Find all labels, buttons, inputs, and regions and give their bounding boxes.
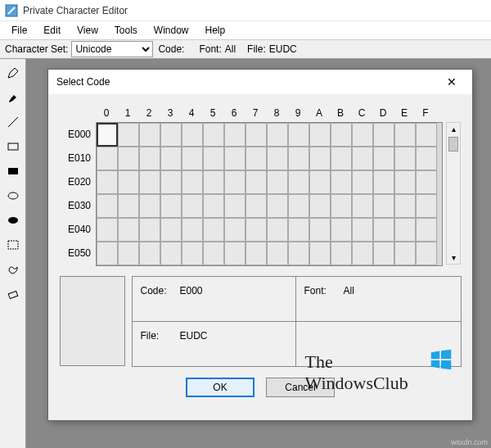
grid-cell[interactable] <box>97 123 118 147</box>
grid-cell[interactable] <box>373 170 394 194</box>
select-tool-icon[interactable] <box>4 236 22 254</box>
grid-cell[interactable] <box>267 123 288 147</box>
grid-cell[interactable] <box>160 194 182 218</box>
grid-cell[interactable] <box>331 242 352 265</box>
scroll-down-icon[interactable]: ▾ <box>452 253 456 262</box>
grid-cell[interactable] <box>139 218 160 242</box>
grid-cell[interactable] <box>394 147 416 170</box>
charset-select[interactable]: Unicode <box>71 41 153 57</box>
grid-cell[interactable] <box>309 194 331 218</box>
grid-cell[interactable] <box>182 147 203 170</box>
grid-cell[interactable] <box>416 194 437 218</box>
grid-cell[interactable] <box>246 218 267 242</box>
eraser-tool-icon[interactable] <box>4 285 22 303</box>
grid-cell[interactable] <box>139 123 160 147</box>
grid-cell[interactable] <box>331 147 352 170</box>
grid-cell[interactable] <box>139 147 160 170</box>
grid-cell[interactable] <box>373 194 394 218</box>
grid-cell[interactable] <box>160 218 182 242</box>
freeform-tool-icon[interactable] <box>4 260 22 278</box>
grid-cell[interactable] <box>160 242 182 265</box>
grid-cell[interactable] <box>160 170 182 194</box>
grid-scrollbar[interactable]: ▴ ▾ <box>446 122 461 265</box>
grid-cell[interactable] <box>331 218 352 242</box>
grid-cell[interactable] <box>139 194 160 218</box>
grid-cell[interactable] <box>246 170 267 194</box>
grid-cell[interactable] <box>267 147 288 170</box>
menu-file[interactable]: File <box>3 23 35 38</box>
grid-cell[interactable] <box>118 218 139 242</box>
grid-cell[interactable] <box>288 170 309 194</box>
grid-cell[interactable] <box>373 123 394 147</box>
grid-cell[interactable] <box>416 170 437 194</box>
grid-cell[interactable] <box>224 147 246 170</box>
brush-tool-icon[interactable] <box>4 88 22 106</box>
grid-cell[interactable] <box>394 194 416 218</box>
pencil-tool-icon[interactable] <box>4 64 22 82</box>
grid-cell[interactable] <box>118 123 139 147</box>
ok-button[interactable]: OK <box>186 378 255 397</box>
grid-cell[interactable] <box>97 242 118 265</box>
grid-cell[interactable] <box>373 218 394 242</box>
grid-cell[interactable] <box>352 194 373 218</box>
grid-cell[interactable] <box>246 194 267 218</box>
ellipse-tool-icon[interactable] <box>4 187 22 205</box>
grid-cell[interactable] <box>288 123 309 147</box>
rect-tool-icon[interactable] <box>4 138 22 156</box>
grid-cell[interactable] <box>331 170 352 194</box>
grid-cell[interactable] <box>160 147 182 170</box>
grid-cell[interactable] <box>182 170 203 194</box>
grid-cell[interactable] <box>139 242 160 265</box>
grid-cell[interactable] <box>97 194 118 218</box>
grid-cell[interactable] <box>97 147 118 170</box>
grid-cell[interactable] <box>288 147 309 170</box>
grid-cell[interactable] <box>309 218 331 242</box>
cancel-button[interactable]: Cancel <box>266 378 335 397</box>
grid-cell[interactable] <box>352 123 373 147</box>
grid-cell[interactable] <box>203 218 224 242</box>
grid-cell[interactable] <box>309 242 331 265</box>
grid-cell[interactable] <box>416 218 437 242</box>
grid-cell[interactable] <box>394 170 416 194</box>
grid-cell[interactable] <box>288 242 309 265</box>
menu-window[interactable]: Window <box>146 23 197 38</box>
grid-cell[interactable] <box>182 123 203 147</box>
menu-help[interactable]: Help <box>197 23 234 38</box>
grid-cell[interactable] <box>118 147 139 170</box>
grid-cell[interactable] <box>246 242 267 265</box>
grid-cell[interactable] <box>118 242 139 265</box>
grid-cell[interactable] <box>139 170 160 194</box>
grid-cell[interactable] <box>394 242 416 265</box>
grid-cell[interactable] <box>267 194 288 218</box>
grid-cell[interactable] <box>224 123 246 147</box>
grid-cell[interactable] <box>224 170 246 194</box>
grid-cell[interactable] <box>97 218 118 242</box>
grid-cell[interactable] <box>246 123 267 147</box>
grid-cell[interactable] <box>97 170 118 194</box>
grid-cell[interactable] <box>267 242 288 265</box>
grid-cell[interactable] <box>224 218 246 242</box>
grid-cell[interactable] <box>309 147 331 170</box>
grid-cell[interactable] <box>373 147 394 170</box>
grid-cell[interactable] <box>203 242 224 265</box>
grid-cell[interactable] <box>352 242 373 265</box>
grid-cell[interactable] <box>267 218 288 242</box>
grid-cell[interactable] <box>416 242 437 265</box>
grid-cell[interactable] <box>309 170 331 194</box>
grid-cell[interactable] <box>352 218 373 242</box>
rect-filled-tool-icon[interactable] <box>4 162 22 180</box>
close-icon[interactable]: ✕ <box>439 72 464 92</box>
grid-cell[interactable] <box>331 123 352 147</box>
grid-cell[interactable] <box>267 170 288 194</box>
menu-tools[interactable]: Tools <box>106 23 146 38</box>
scroll-thumb[interactable] <box>448 137 458 152</box>
grid-cell[interactable] <box>224 242 246 265</box>
menu-edit[interactable]: Edit <box>35 23 69 38</box>
line-tool-icon[interactable] <box>4 113 22 131</box>
grid-cell[interactable] <box>203 123 224 147</box>
grid-cell[interactable] <box>224 194 246 218</box>
ellipse-filled-tool-icon[interactable] <box>4 211 22 229</box>
grid-cell[interactable] <box>394 218 416 242</box>
grid-cell[interactable] <box>160 123 182 147</box>
grid-cell[interactable] <box>182 194 203 218</box>
